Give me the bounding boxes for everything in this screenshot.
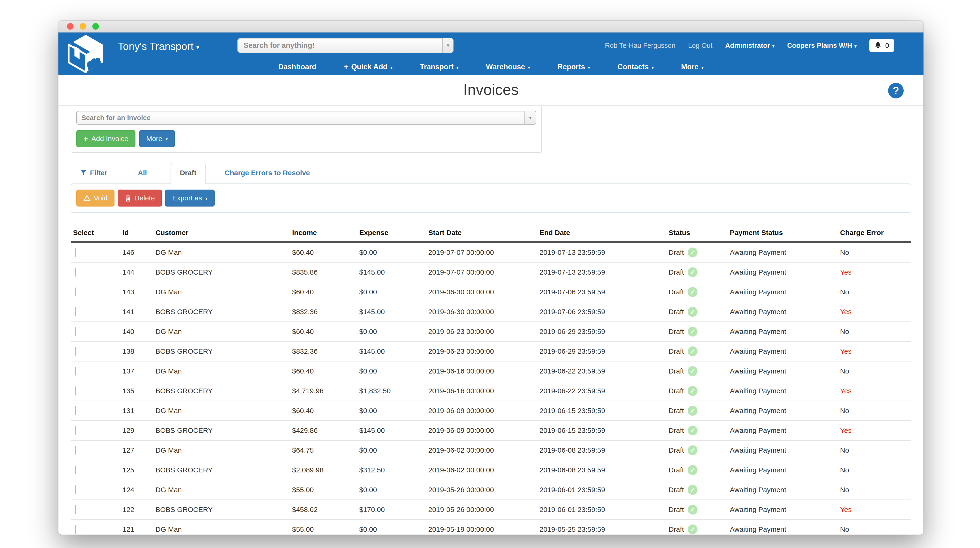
void-button[interactable]: Void: [76, 189, 115, 206]
row-income: $60.40: [290, 367, 357, 375]
row-select-checkbox[interactable]: [75, 505, 76, 514]
table-row[interactable]: 125BOBS GROCERY$2,089.98$312.502019-06-0…: [71, 461, 911, 480]
row-select-checkbox[interactable]: [75, 268, 76, 276]
row-select-checkbox[interactable]: [75, 446, 76, 454]
table-row[interactable]: 143DG Man$60.40$0.002019-06-30 00:00:002…: [71, 282, 911, 302]
chevron-down-icon: ▾: [390, 65, 393, 70]
row-id: 140: [120, 327, 153, 335]
status-check-icon: ✓: [688, 346, 698, 356]
row-select-checkbox[interactable]: [75, 327, 76, 336]
role-label: Administrator: [725, 42, 770, 49]
nav-item-quick-add[interactable]: +Quick Add▾: [330, 61, 406, 73]
warning-icon: [83, 195, 91, 201]
minimize-window-button[interactable]: [80, 23, 86, 30]
close-window-button[interactable]: [67, 23, 73, 30]
notifications-button[interactable]: 0: [869, 39, 894, 52]
row-select-checkbox[interactable]: [75, 307, 76, 316]
row-end-date: 2019-06-29 23:59:59: [537, 327, 666, 335]
invoice-search-select[interactable]: Search for an Invoice ▾: [76, 111, 536, 125]
table-row[interactable]: 122BOBS GROCERY$458.62$170.002019-05-26 …: [71, 500, 911, 520]
row-select-checkbox[interactable]: [75, 406, 76, 415]
table-row[interactable]: 140DG Man$60.40$0.002019-06-23 00:00:002…: [71, 322, 911, 342]
filter-tab[interactable]: Filter: [80, 169, 107, 183]
row-expense: $0.00: [357, 526, 426, 534]
row-select-checkbox[interactable]: [75, 347, 76, 356]
table-row[interactable]: 129BOBS GROCERY$429.86$145.002019-06-09 …: [71, 421, 911, 441]
role-menu[interactable]: Administrator ▾: [725, 42, 774, 49]
status-check-icon: ✓: [688, 465, 698, 475]
row-payment-status: Awaiting Payment: [727, 446, 838, 454]
log-out-link[interactable]: Log Out: [688, 42, 713, 49]
table-row[interactable]: 127DG Man$64.75$0.002019-06-02 00:00:002…: [71, 441, 911, 461]
row-status-label: Draft: [668, 327, 684, 335]
add-invoice-button[interactable]: + Add Invoice: [76, 130, 135, 147]
brand-menu[interactable]: Tony's Transport ▾: [118, 41, 199, 52]
row-customer: BOBS GROCERY: [153, 426, 290, 435]
tab-charge-errors-to-resolve[interactable]: Charge Errors to Resolve: [225, 169, 310, 183]
row-select-checkbox[interactable]: [75, 426, 76, 435]
global-search-placeholder: Search for anything!: [237, 38, 442, 53]
row-start-date: 2019-06-16 00:00:00: [426, 387, 537, 395]
row-payment-status: Awaiting Payment: [727, 308, 838, 316]
row-select-checkbox[interactable]: [75, 367, 76, 375]
more-button[interactable]: More ▾: [139, 130, 175, 147]
warehouse-menu[interactable]: Coopers Plains W/H ▾: [787, 42, 857, 49]
table-row[interactable]: 141BOBS GROCERY$832.36$145.002019-06-30 …: [71, 302, 911, 322]
row-end-date: 2019-06-29 23:59:59: [537, 347, 666, 355]
table-row[interactable]: 124DG Man$55.00$0.002019-05-26 00:00:002…: [71, 480, 911, 500]
row-start-date: 2019-06-02 00:00:00: [426, 466, 537, 474]
row-select-checkbox[interactable]: [75, 485, 76, 494]
filter-tab-label: Filter: [90, 169, 107, 177]
delete-button[interactable]: Delete: [118, 189, 162, 206]
tab-all[interactable]: All: [138, 169, 147, 183]
invoice-search-panel: Search for an Invoice ▾ + Add Invoice Mo…: [71, 106, 542, 153]
row-status-label: Draft: [668, 248, 684, 256]
table-row[interactable]: 135BOBS GROCERY$4,719.96$1,832.502019-06…: [71, 381, 911, 401]
nav-item-warehouse[interactable]: Warehouse▾: [473, 61, 544, 73]
user-name-link[interactable]: Rob Te-Hau Fergusson: [605, 42, 675, 49]
row-end-date: 2019-07-06 23:59:59: [537, 288, 666, 296]
table-row[interactable]: 138BOBS GROCERY$832.36$145.002019-06-23 …: [71, 342, 911, 362]
row-income: $832.36: [290, 347, 357, 355]
row-id: 131: [120, 407, 153, 415]
nav-item-transport[interactable]: Transport▾: [406, 61, 473, 73]
table-row[interactable]: 121DG Man$55.00$0.002019-05-19 00:00:002…: [71, 520, 911, 535]
nav-item-reports[interactable]: Reports▾: [544, 61, 604, 73]
row-end-date: 2019-06-22 23:59:59: [537, 387, 666, 395]
row-income: $64.75: [290, 446, 357, 454]
row-customer: BOBS GROCERY: [153, 506, 290, 514]
tab-draft[interactable]: Draft: [170, 163, 206, 184]
table-row[interactable]: 146DG Man$60.40$0.002019-07-07 00:00:002…: [71, 243, 911, 262]
export-as-button[interactable]: Export as ▾: [165, 189, 215, 206]
row-select-checkbox[interactable]: [75, 465, 76, 474]
nav-item-more[interactable]: More▾: [667, 61, 718, 73]
table-row[interactable]: 131DG Man$60.40$0.002019-06-09 00:00:002…: [71, 401, 911, 421]
nav-item-contacts[interactable]: Contacts▾: [604, 61, 667, 73]
help-button[interactable]: ?: [888, 83, 904, 98]
row-id: 146: [120, 248, 153, 256]
row-charge-error: No: [838, 288, 920, 296]
invoice-search-dropdown-button[interactable]: ▾: [524, 111, 536, 124]
zoom-window-button[interactable]: [92, 23, 99, 30]
row-income: $60.40: [290, 327, 357, 335]
row-expense: $1,832.50: [357, 387, 426, 395]
row-status: Draft✓: [666, 327, 727, 337]
row-id: 137: [120, 367, 153, 375]
bulk-actions-panel: Void Delete Export as: [71, 183, 911, 213]
column-header-expense: Expense: [357, 229, 426, 237]
nav-item-dashboard[interactable]: Dashboard: [264, 61, 330, 73]
row-select-checkbox[interactable]: [75, 525, 76, 534]
row-select-checkbox[interactable]: [75, 386, 76, 395]
row-charge-error: No: [838, 526, 920, 534]
table-row[interactable]: 137DG Man$60.40$0.002019-06-16 00:00:002…: [71, 362, 911, 381]
column-header-charge-error: Charge Error: [838, 229, 920, 237]
global-search-input[interactable]: Search for anything! ▾: [237, 38, 453, 53]
row-select-checkbox[interactable]: [75, 248, 76, 257]
table-row[interactable]: 144BOBS GROCERY$835.86$145.002019-07-07 …: [71, 262, 911, 282]
navbar-user-links: Rob Te-Hau Fergusson Log Out Administrat…: [605, 39, 894, 52]
row-select-checkbox[interactable]: [75, 288, 76, 296]
main-nav: Dashboard+Quick Add▾Transport▾Warehouse▾…: [59, 61, 923, 73]
row-end-date: 2019-07-13 23:59:59: [537, 248, 666, 256]
global-search-dropdown-button[interactable]: ▾: [442, 38, 453, 53]
row-status-label: Draft: [668, 446, 684, 454]
